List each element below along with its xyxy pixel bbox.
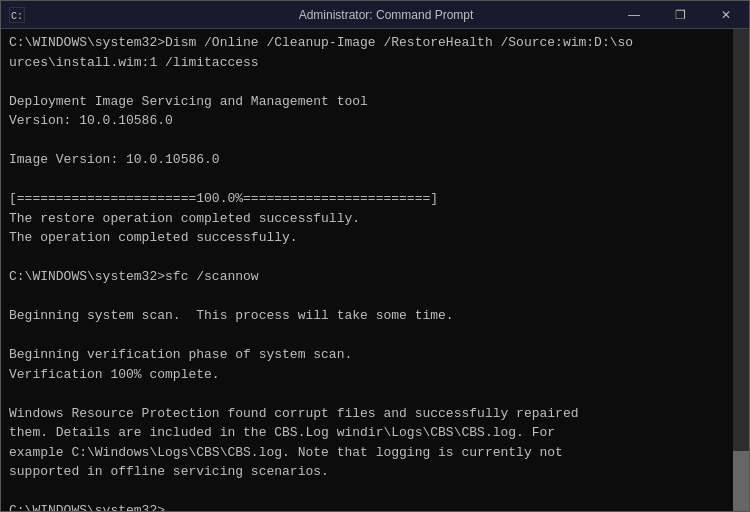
console-output[interactable]: C:\WINDOWS\system32>Dism /Online /Cleanu… xyxy=(1,29,749,511)
console-text: C:\WINDOWS\system32>Dism /Online /Cleanu… xyxy=(9,33,741,511)
window-controls: — ❐ ✕ xyxy=(611,1,749,29)
cmd-icon: C:\ xyxy=(9,7,25,23)
title-bar: C:\ Administrator: Command Prompt — ❐ ✕ xyxy=(1,1,749,29)
svg-text:C:\: C:\ xyxy=(11,11,24,22)
close-button[interactable]: ✕ xyxy=(703,1,749,29)
scrollbar[interactable] xyxy=(733,29,749,511)
minimize-button[interactable]: — xyxy=(611,1,657,29)
cmd-window: C:\ Administrator: Command Prompt — ❐ ✕ … xyxy=(0,0,750,512)
restore-button[interactable]: ❐ xyxy=(657,1,703,29)
scrollbar-thumb[interactable] xyxy=(733,451,749,511)
